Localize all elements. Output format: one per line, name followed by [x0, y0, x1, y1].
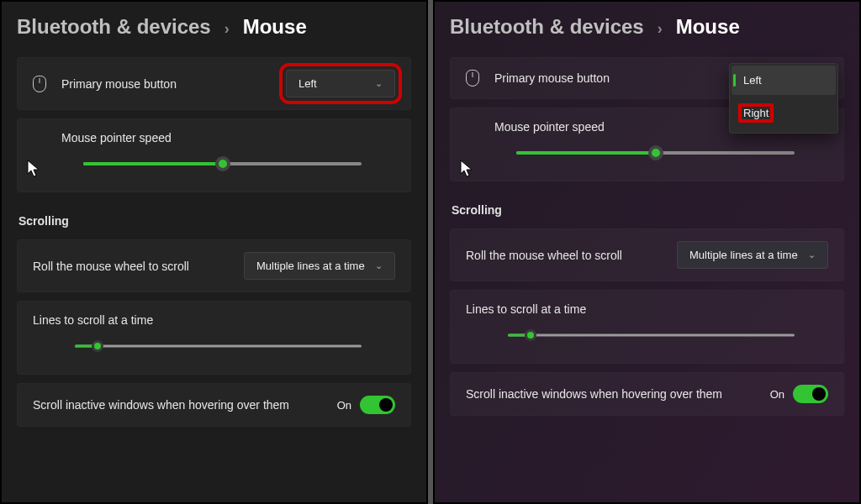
lines-scroll-card: Lines to scroll at a time — [17, 301, 411, 375]
pointer-speed-slider[interactable] — [516, 149, 795, 157]
dropdown-option-right[interactable]: Right — [732, 95, 836, 131]
breadcrumb: Bluetooth & devices › Mouse — [450, 15, 844, 39]
roll-wheel-label: Roll the mouse wheel to scroll — [466, 249, 662, 262]
primary-button-select[interactable]: Left ⌄ — [286, 70, 395, 97]
breadcrumb-current: Mouse — [676, 15, 740, 39]
mouse-icon — [466, 70, 479, 87]
mouse-icon — [33, 76, 46, 92]
primary-button-dropdown[interactable]: Left Right — [729, 63, 838, 134]
primary-button-label: Primary mouse button — [61, 77, 271, 91]
lines-scroll-label: Lines to scroll at a time — [466, 302, 828, 316]
settings-pane-closed: Bluetooth & devices › Mouse Primary mous… — [0, 0, 428, 504]
scrolling-heading: Scrolling — [18, 214, 411, 228]
inactive-windows-state: On — [770, 388, 784, 401]
chevron-right-icon: › — [224, 20, 230, 38]
slider-thumb[interactable] — [215, 156, 230, 171]
inactive-windows-toggle[interactable] — [793, 385, 828, 403]
primary-button-label: Primary mouse button — [494, 71, 704, 85]
roll-wheel-label: Roll the mouse wheel to scroll — [33, 260, 229, 273]
breadcrumb-current: Mouse — [243, 15, 307, 39]
lines-scroll-slider[interactable] — [75, 342, 362, 350]
pointer-speed-card: Mouse pointer speed — [17, 118, 411, 192]
lines-scroll-label: Lines to scroll at a time — [33, 313, 395, 327]
inactive-windows-toggle[interactable] — [360, 396, 395, 414]
roll-wheel-select[interactable]: Multiple lines at a time ⌄ — [244, 252, 395, 280]
slider-thumb[interactable] — [525, 329, 536, 341]
pointer-speed-slider[interactable] — [83, 160, 362, 168]
roll-wheel-select[interactable]: Multiple lines at a time ⌄ — [677, 241, 828, 269]
roll-wheel-card: Roll the mouse wheel to scroll Multiple … — [17, 239, 411, 292]
breadcrumb-parent[interactable]: Bluetooth & devices — [17, 15, 211, 39]
primary-button-card: Primary mouse button Left ⌄ — [17, 57, 411, 110]
lines-scroll-slider[interactable] — [508, 331, 795, 339]
scrolling-heading: Scrolling — [452, 203, 844, 217]
chevron-down-icon: ⌄ — [375, 260, 383, 271]
breadcrumb-parent[interactable]: Bluetooth & devices — [450, 15, 644, 39]
roll-wheel-card: Roll the mouse wheel to scroll Multiple … — [450, 228, 844, 281]
inactive-windows-card: Scroll inactive windows when hovering ov… — [450, 372, 844, 416]
inactive-windows-label: Scroll inactive windows when hovering ov… — [33, 398, 322, 412]
primary-button-card: Primary mouse button Left Right — [450, 57, 844, 99]
inactive-windows-card: Scroll inactive windows when hovering ov… — [17, 383, 411, 427]
primary-button-value: Left — [298, 77, 317, 90]
pointer-speed-label: Mouse pointer speed — [61, 131, 395, 144]
inactive-windows-state: On — [337, 399, 351, 412]
chevron-down-icon: ⌄ — [375, 78, 383, 89]
chevron-right-icon: › — [658, 20, 663, 38]
inactive-windows-label: Scroll inactive windows when hovering ov… — [466, 387, 755, 401]
comparison-stage: Bluetooth & devices › Mouse Primary mous… — [0, 0, 861, 504]
settings-pane-open: Bluetooth & devices › Mouse Primary mous… — [433, 0, 861, 504]
chevron-down-icon: ⌄ — [808, 249, 816, 260]
slider-thumb[interactable] — [92, 340, 103, 352]
roll-wheel-value: Multiple lines at a time — [256, 260, 365, 272]
slider-thumb[interactable] — [648, 145, 663, 160]
breadcrumb: Bluetooth & devices › Mouse — [17, 15, 411, 39]
lines-scroll-card: Lines to scroll at a time — [450, 290, 844, 364]
dropdown-option-left[interactable]: Left — [732, 66, 836, 95]
roll-wheel-value: Multiple lines at a time — [689, 249, 798, 261]
